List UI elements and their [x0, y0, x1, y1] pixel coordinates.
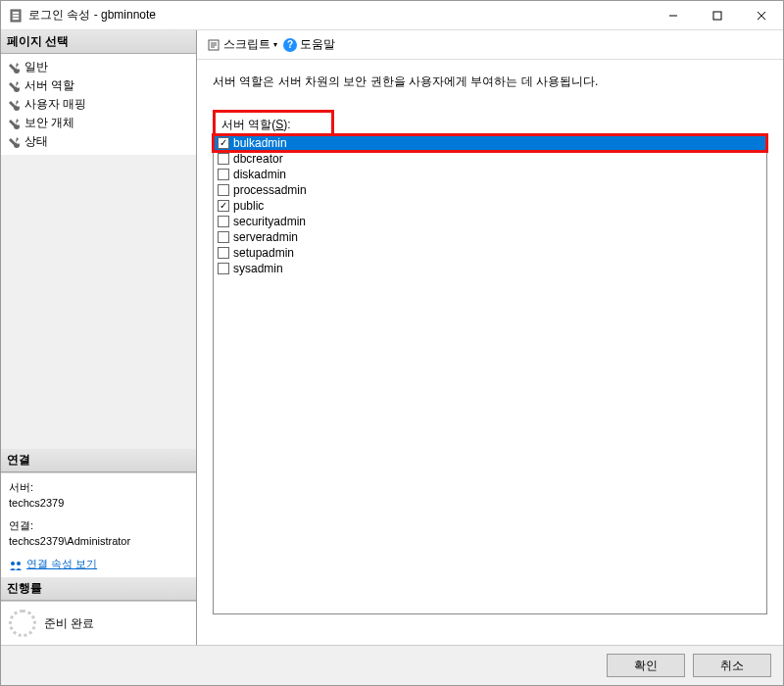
view-connection-text: 연결 속성 보기: [26, 556, 97, 572]
sidebar-spacer: [1, 155, 196, 449]
role-checkbox[interactable]: [218, 184, 229, 196]
connection-label: 연결:: [9, 517, 188, 534]
role-checkbox[interactable]: [218, 216, 229, 227]
login-properties-window: 로그인 속성 - gbminnote 페이지 선택 일반서버 역할사용자 매핑보…: [0, 0, 784, 686]
dropdown-arrow-icon: ▾: [273, 40, 277, 49]
role-name: processadmin: [233, 183, 307, 197]
toolbar: 스크립트 ▾ ? 도움말: [197, 30, 783, 60]
server-info: 서버: techcs2379: [9, 479, 188, 512]
page-item-label: 서버 역할: [24, 77, 74, 94]
help-button[interactable]: ? 도움말: [283, 36, 335, 53]
role-checkbox[interactable]: [218, 169, 229, 180]
role-item[interactable]: serveradmin: [214, 229, 766, 245]
role-name: setupadmin: [233, 246, 294, 260]
progress-panel: 준비 완료: [1, 601, 196, 645]
role-name: serveradmin: [233, 230, 298, 244]
page-item-label: 상태: [24, 133, 48, 150]
connection-header: 연결: [1, 449, 196, 472]
progress-status: 준비 완료: [44, 615, 94, 632]
role-checkbox[interactable]: [218, 263, 229, 274]
sidebar-page-item[interactable]: 상태: [3, 132, 194, 151]
help-label: 도움말: [300, 36, 335, 53]
server-label: 서버:: [9, 479, 188, 496]
connection-panel: 서버: techcs2379 연결: techcs2379\Administra…: [1, 472, 196, 578]
role-checkbox[interactable]: [218, 137, 229, 149]
sidebar-page-item[interactable]: 사용자 매핑: [3, 95, 194, 114]
page-item-label: 보안 개체: [24, 115, 74, 131]
wrench-icon: [7, 79, 21, 93]
server-value: techcs2379: [9, 495, 188, 512]
role-checkbox[interactable]: [218, 200, 229, 212]
sidebar-page-item[interactable]: 보안 개체: [3, 114, 194, 132]
connection-value: techcs2379\Administrator: [9, 533, 188, 550]
people-icon: [9, 559, 23, 568]
role-item[interactable]: dbcreator: [214, 151, 766, 167]
view-connection-link[interactable]: 연결 속성 보기: [9, 556, 188, 572]
role-item[interactable]: processadmin: [214, 182, 766, 198]
role-name: bulkadmin: [233, 136, 287, 150]
role-item[interactable]: setupadmin: [214, 245, 766, 261]
role-item[interactable]: bulkadmin: [214, 135, 766, 151]
role-checkbox[interactable]: [218, 231, 229, 243]
script-label: 스크립트: [223, 36, 270, 53]
window-title: 로그인 속성 - gbminnote: [28, 7, 651, 24]
help-icon: ?: [283, 38, 297, 52]
page-item-label: 일반: [24, 59, 48, 75]
svg-point-9: [17, 562, 21, 565]
page-select-header: 페이지 선택: [1, 30, 196, 54]
svg-rect-3: [13, 18, 19, 20]
role-name: sysadmin: [233, 262, 283, 275]
role-name: diskadmin: [233, 168, 286, 181]
body-area: 페이지 선택 일반서버 역할사용자 매핑보안 개체상태 연결 서버: techc…: [1, 30, 783, 645]
role-item[interactable]: public: [214, 198, 766, 214]
svg-rect-1: [13, 12, 19, 14]
sidebar-page-item[interactable]: 서버 역할: [3, 76, 194, 95]
wrench-icon: [7, 61, 21, 74]
svg-rect-5: [713, 12, 721, 20]
sidebar-page-item[interactable]: 일반: [3, 58, 194, 76]
window-icon: [9, 9, 23, 23]
roles-label: 서버 역할(S):: [221, 118, 291, 131]
close-button[interactable]: [739, 1, 783, 29]
window-controls: [651, 1, 783, 29]
titlebar: 로그인 속성 - gbminnote: [1, 1, 783, 30]
main-panel: 스크립트 ▾ ? 도움말 서버 역할은 서버 차원의 보안 권한을 사용자에게 …: [197, 30, 783, 645]
connection-info: 연결: techcs2379\Administrator: [9, 517, 188, 550]
description-text: 서버 역할은 서버 차원의 보안 권한을 사용자에게 부여하는 데 사용됩니다.: [213, 74, 767, 90]
minimize-button[interactable]: [651, 1, 695, 29]
wrench-icon: [7, 117, 21, 130]
wrench-icon: [7, 135, 21, 149]
svg-rect-2: [13, 15, 19, 17]
server-roles-list[interactable]: bulkadmindbcreatordiskadminprocessadminp…: [213, 134, 767, 614]
role-name: dbcreator: [233, 152, 283, 166]
role-item[interactable]: securityadmin: [214, 214, 766, 229]
role-item[interactable]: diskadmin: [214, 167, 766, 182]
role-checkbox[interactable]: [218, 153, 229, 165]
content-area: 서버 역할은 서버 차원의 보안 권한을 사용자에게 부여하는 데 사용됩니다.…: [197, 60, 783, 645]
progress-header: 진행률: [1, 577, 196, 601]
ok-button[interactable]: 확인: [607, 654, 685, 677]
role-checkbox[interactable]: [218, 247, 229, 259]
sidebar: 페이지 선택 일반서버 역할사용자 매핑보안 개체상태 연결 서버: techc…: [1, 30, 197, 645]
script-button[interactable]: 스크립트 ▾: [207, 36, 277, 53]
page-item-label: 사용자 매핑: [24, 96, 86, 113]
roles-label-box: 서버 역할(S):: [213, 110, 334, 136]
role-item[interactable]: sysadmin: [214, 261, 766, 276]
role-name: securityadmin: [233, 215, 306, 228]
svg-point-8: [11, 562, 15, 565]
cancel-button[interactable]: 취소: [693, 654, 771, 677]
wrench-icon: [7, 98, 21, 112]
spinner-icon: [9, 610, 36, 637]
role-name: public: [233, 199, 264, 213]
dialog-footer: 확인 취소: [1, 645, 783, 685]
maximize-button[interactable]: [695, 1, 739, 29]
page-list: 일반서버 역할사용자 매핑보안 개체상태: [1, 54, 196, 155]
script-icon: [207, 38, 220, 52]
